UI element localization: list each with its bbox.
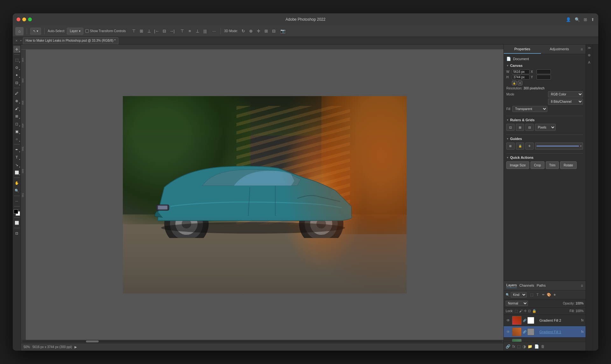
opacity-value[interactable]: 100% bbox=[575, 302, 584, 305]
3d-scale-icon[interactable]: ⊟ bbox=[270, 29, 277, 33]
fill-layers-value[interactable]: 100% bbox=[575, 309, 584, 313]
add-effect-icon[interactable]: fx bbox=[512, 344, 515, 349]
share-icon[interactable]: ⬆ bbox=[591, 17, 594, 22]
new-group-icon[interactable]: 📁 bbox=[528, 344, 532, 349]
move-tool[interactable]: ✛▾ bbox=[13, 46, 20, 53]
ruler-style-2[interactable]: ⊞ bbox=[516, 124, 524, 131]
dist-vmid-icon[interactable]: ≡ bbox=[186, 29, 193, 33]
horizontal-scrollbar[interactable] bbox=[21, 340, 503, 343]
quick-mask-btn[interactable]: ⬜ bbox=[13, 219, 20, 226]
new-layer-icon[interactable]: 📄 bbox=[534, 344, 539, 349]
layer-item[interactable]: 👁 Layer 0 bbox=[504, 338, 586, 342]
close-button[interactable] bbox=[17, 18, 20, 21]
lock-artboard-icon[interactable]: ⊡ bbox=[528, 309, 531, 313]
brush-tool[interactable]: 🖌▾ bbox=[13, 105, 20, 112]
3d-slide-icon[interactable]: ⊞ bbox=[263, 29, 270, 33]
filter-pixel-icon[interactable]: ⬚ bbox=[529, 293, 534, 297]
maximize-button[interactable] bbox=[28, 18, 32, 21]
dist-top-icon[interactable]: ⊤ bbox=[179, 29, 186, 33]
hand-tool[interactable]: ✋ bbox=[13, 179, 20, 186]
width-input[interactable] bbox=[512, 69, 530, 74]
align-right-icon[interactable]: →| bbox=[168, 29, 175, 33]
eraser-tool[interactable]: ◻▾ bbox=[13, 120, 20, 127]
panel-menu-btn[interactable]: ≡ bbox=[578, 45, 586, 54]
lasso-tool[interactable]: ⊙▾ bbox=[13, 64, 20, 71]
lock-all-icon[interactable]: 🔒 bbox=[532, 309, 537, 313]
user-icon[interactable]: 👤 bbox=[566, 17, 571, 22]
document-tab[interactable]: How to Make Light Leaks in Photoshop.psd… bbox=[23, 37, 119, 44]
arrange-icon[interactable]: ⊞ bbox=[584, 17, 587, 22]
lock-image-icon[interactable]: 🖌 bbox=[519, 309, 523, 313]
extra-tools[interactable]: ··· bbox=[13, 198, 20, 205]
canvas-section-header[interactable]: ▼ Canvas bbox=[506, 64, 583, 67]
filter-text-icon[interactable]: T bbox=[535, 293, 540, 297]
layers-menu-btn[interactable]: ≡ bbox=[581, 284, 583, 288]
expand-panel-icon[interactable]: ⊕ bbox=[588, 53, 591, 57]
guide-move-icon[interactable]: ✛ bbox=[525, 143, 534, 150]
image-size-button[interactable]: Image Size bbox=[506, 161, 529, 169]
transform-checkbox[interactable] bbox=[85, 29, 89, 33]
3d-pan-icon[interactable]: ✛ bbox=[255, 29, 262, 33]
quick-actions-header[interactable]: ▼ Quick Actions bbox=[506, 156, 583, 159]
quick-select-tool[interactable]: ✦▾ bbox=[13, 72, 20, 79]
link-layers-icon[interactable]: 🔗 bbox=[506, 344, 510, 349]
blend-mode-select[interactable]: Normal Multiply Screen Overlay bbox=[506, 301, 528, 306]
marquee-tool[interactable]: ⬚▾ bbox=[13, 56, 20, 63]
tab-properties[interactable]: Properties bbox=[504, 45, 541, 54]
canvas-frame-icon[interactable]: ⊡ bbox=[518, 81, 522, 85]
foreground-swatch[interactable] bbox=[14, 209, 18, 214]
scrollbar-thumb[interactable] bbox=[86, 340, 99, 342]
eyedropper-tool[interactable]: 🖉 bbox=[13, 90, 20, 97]
minimize-button[interactable] bbox=[22, 18, 26, 21]
bit-depth-select[interactable]: 8 Bits/Channel 16 Bits/Channel 32 Bits/C… bbox=[548, 99, 583, 105]
layer-item[interactable]: 👁 🔗 Gradient Fill 1 fx bbox=[504, 326, 586, 338]
align-hmid-icon[interactable]: ⊟ bbox=[161, 29, 168, 33]
rotate-button[interactable]: Rotate bbox=[560, 161, 576, 169]
layer-item[interactable]: 👁 🔗 Gradient Fill 2 fx bbox=[504, 315, 586, 326]
pen-tool[interactable]: ✒▾ bbox=[13, 146, 20, 153]
tab-adjustments[interactable]: Adjustments bbox=[541, 45, 578, 54]
shape-tool[interactable]: ⬜▾ bbox=[13, 169, 20, 176]
zoom-tool[interactable]: 🔍 bbox=[13, 187, 20, 194]
ruler-unit-select[interactable]: Pixels Inches cm bbox=[535, 124, 556, 131]
type-tool[interactable]: T▾ bbox=[13, 154, 20, 161]
gradient-tool[interactable]: ▣▾ bbox=[13, 128, 20, 135]
more-options-icon[interactable]: ··· bbox=[210, 29, 217, 33]
lock-proportions-icon[interactable]: 🔒 bbox=[512, 81, 516, 85]
screen-mode-btn[interactable]: ⊡ bbox=[13, 230, 20, 237]
dist-bottom-icon[interactable]: ⊥ bbox=[194, 29, 201, 33]
add-mask-icon[interactable]: ⬚ bbox=[517, 344, 521, 349]
guides-section-header[interactable]: ▼ Guides bbox=[506, 137, 583, 141]
ruler-style-3[interactable]: ⊟ bbox=[525, 124, 534, 131]
healing-tool[interactable]: ⊕▾ bbox=[13, 97, 20, 104]
panel-options-icon[interactable]: A bbox=[588, 60, 590, 64]
filter-vector-icon[interactable]: ✒ bbox=[541, 293, 546, 297]
lock-transparent-icon[interactable]: ⬚ bbox=[515, 309, 518, 313]
close-tab-button[interactable]: ✕ bbox=[15, 39, 18, 42]
path-tool[interactable]: ↘▾ bbox=[13, 161, 20, 168]
crop-tool[interactable]: ⊡▾ bbox=[13, 79, 20, 86]
kind-filter-select[interactable]: Kind bbox=[511, 292, 527, 298]
camera-icon[interactable]: 📷 bbox=[279, 29, 286, 33]
stamp-tool[interactable]: ⊞▾ bbox=[13, 113, 20, 120]
rulers-section-header[interactable]: ▼ Rulers & Grids bbox=[506, 118, 583, 122]
filter-smart-icon[interactable]: 🎨 bbox=[546, 293, 551, 297]
x-input[interactable] bbox=[537, 69, 551, 74]
guide-color[interactable]: ▾ bbox=[535, 143, 583, 150]
color-swatches[interactable] bbox=[14, 209, 20, 216]
dodge-tool[interactable]: ○▾ bbox=[13, 136, 20, 143]
ruler-style-1[interactable]: ⊡ bbox=[506, 124, 515, 131]
tab-layers[interactable]: Layers bbox=[506, 283, 517, 288]
mode-select[interactable]: RGB Color CMYK Color Grayscale bbox=[548, 91, 583, 97]
layer-visibility-1[interactable]: 👁 bbox=[506, 318, 511, 323]
guide-lock-icon[interactable]: 🔒 bbox=[516, 143, 524, 150]
align-vmid-icon[interactable]: ⊞ bbox=[138, 29, 145, 33]
tab-paths[interactable]: Paths bbox=[537, 284, 546, 288]
new-fill-icon[interactable]: ◑ bbox=[523, 344, 526, 349]
search-icon[interactable]: 🔍 bbox=[575, 17, 580, 22]
fill-select[interactable]: Transparent White Background Color bbox=[512, 106, 547, 112]
filter-effect-icon[interactable]: ★ bbox=[552, 293, 557, 297]
status-arrow[interactable]: ▶ bbox=[74, 345, 77, 349]
collapse-panel-icon[interactable]: ≫ bbox=[587, 46, 591, 50]
3d-rotate-icon[interactable]: ↻ bbox=[240, 29, 247, 33]
